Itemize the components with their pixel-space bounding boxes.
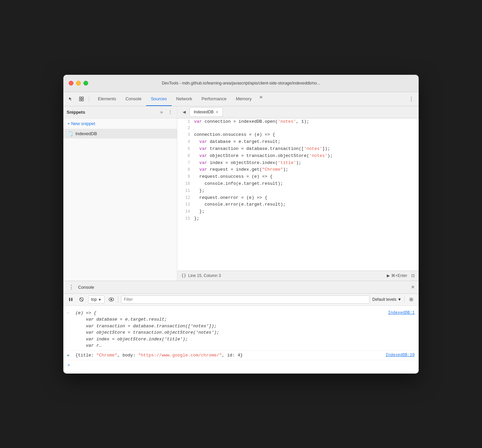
console-block-button[interactable]: [77, 295, 85, 303]
svg-point-10: [411, 299, 412, 300]
svg-rect-0: [79, 97, 81, 99]
sidebar-header-icons: » ⋮: [158, 109, 174, 115]
console-output: ← (e) => { var database = e.target.resul…: [63, 306, 419, 374]
code-line-8: 8 var request = index.get("Chrome");: [177, 166, 419, 173]
editor-area: ◀ IndexedDB × 1 var connection = indexed…: [177, 106, 419, 281]
code-line-12: 12 request.onerror = (e) => {: [177, 194, 419, 202]
console-context-select[interactable]: top ▼: [88, 295, 105, 303]
toolbar-tabs: Elements Console Sources Network Perform…: [93, 92, 405, 106]
devtools-menu-button[interactable]: ⋮: [407, 94, 416, 104]
svg-rect-3: [82, 99, 83, 101]
status-right: ▶ ⌘+Enter ⊡: [387, 273, 415, 278]
svg-rect-4: [69, 298, 70, 301]
window-title: DevTools - mdn.github.io/learning-area/j…: [162, 81, 320, 86]
run-shortcut: ⌘+Enter: [391, 273, 407, 278]
main-content: Snippets » ⋮ + New snippet 🗒️ IndexedDB …: [63, 106, 419, 281]
sidebar-item-indexeddb[interactable]: 🗒️ IndexedDB: [63, 129, 177, 138]
new-snippet-label: + New snippet: [67, 121, 95, 126]
chevron-down-icon: ▼: [98, 298, 102, 301]
editor-tab-indexeddb[interactable]: IndexedDB ×: [189, 107, 223, 117]
console-prompt[interactable]: >: [67, 360, 415, 371]
code-line-15: 15 };: [177, 215, 419, 222]
console-entry-text: (e) => { var database = e.target.result;…: [75, 310, 385, 349]
console-options-menu[interactable]: ⋮: [67, 283, 75, 291]
console-entry-object[interactable]: {title: "Chrome", body: "https://www.goo…: [75, 352, 383, 359]
sidebar-title: Snippets: [67, 110, 158, 115]
console-levels-dropdown[interactable]: Default levels ▼: [372, 297, 402, 302]
tab-network[interactable]: Network: [172, 92, 197, 106]
console-close-button[interactable]: ×: [411, 284, 415, 290]
code-line-14: 14 };: [177, 208, 419, 215]
sidebar-menu-icon[interactable]: ⋮: [167, 109, 174, 115]
code-line-1: 1 var connection = indexedDB.open('notes…: [177, 118, 419, 125]
more-tabs-button[interactable]: »: [256, 92, 266, 102]
code-line-4: 4 var database = e.target.result;: [177, 138, 419, 146]
svg-rect-5: [71, 298, 73, 301]
console-entry-source-1[interactable]: IndexedDB:1: [388, 310, 415, 349]
code-line-10: 10 console.info(e.target.result);: [177, 180, 419, 187]
console-pause-button[interactable]: [67, 295, 75, 303]
svg-rect-2: [79, 99, 81, 101]
editor-tab-label: IndexedDB: [194, 110, 214, 114]
sidebar-more-icon[interactable]: »: [158, 109, 165, 115]
tab-sources[interactable]: Sources: [146, 92, 172, 106]
traffic-lights: [69, 81, 88, 86]
cursor-position: Line 15, Column 3: [188, 273, 221, 278]
close-button[interactable]: [69, 81, 73, 86]
editor-tabs: ◀ IndexedDB ×: [177, 106, 419, 118]
console-header: ⋮ Console ×: [63, 281, 419, 294]
code-line-3: 3 connection.onsuccess = (e) => {: [177, 131, 419, 138]
maximize-button[interactable]: [83, 81, 88, 86]
console-prompt-arrow: >: [67, 362, 70, 369]
editor-status-bar: {} Line 15, Column 3 ▶ ⌘+Enter ⊡: [177, 271, 419, 281]
tab-memory[interactable]: Memory: [231, 92, 256, 106]
svg-line-7: [80, 298, 83, 301]
svg-rect-1: [82, 97, 83, 99]
svg-point-9: [110, 299, 112, 300]
console-settings-button[interactable]: [407, 295, 415, 303]
sidebar-header: Snippets » ⋮: [63, 106, 177, 118]
tab-console[interactable]: Console: [121, 92, 146, 106]
file-icon: 🗒️: [67, 131, 73, 136]
code-line-5: 5 var transaction = database.transaction…: [177, 146, 419, 153]
console-entry-expand-arrow[interactable]: ▶: [67, 352, 73, 358]
format-icon[interactable]: {}: [181, 273, 186, 278]
sidebar: Snippets » ⋮ + New snippet 🗒️ IndexedDB: [63, 106, 177, 281]
console-entry-source-2[interactable]: IndexedDB:10: [386, 352, 415, 358]
sidebar-item-label: IndexedDB: [75, 131, 97, 136]
code-line-2: 2: [177, 125, 419, 131]
code-line-13: 13 console.error(e.target.result);: [177, 201, 419, 208]
editor-back-button[interactable]: ◀: [180, 108, 188, 116]
expand-icon[interactable]: ⊡: [411, 273, 415, 278]
inspect-icon[interactable]: [77, 94, 86, 104]
code-line-7: 7 var index = objectStore.index('title')…: [177, 160, 419, 167]
devtools-window: DevTools - mdn.github.io/learning-area/j…: [63, 75, 419, 374]
pointer-icon[interactable]: [66, 94, 75, 104]
run-button[interactable]: ▶ ⌘+Enter: [387, 273, 407, 278]
code-editor[interactable]: 1 var connection = indexedDB.open('notes…: [177, 118, 419, 271]
devtools-toolbar: Elements Console Sources Network Perform…: [63, 92, 419, 106]
console-toolbar-separator: [118, 296, 118, 303]
console-levels-separator: [404, 296, 405, 303]
console-toolbar: top ▼ Default levels ▼: [63, 294, 419, 306]
console-filter-input[interactable]: [121, 295, 370, 303]
new-snippet-button[interactable]: + New snippet: [63, 118, 177, 129]
console-eye-button[interactable]: [107, 295, 115, 303]
tab-performance[interactable]: Performance: [197, 92, 231, 106]
console-title: Console: [78, 285, 94, 290]
console-entry-arrow: ←: [67, 310, 73, 349]
status-left: {} Line 15, Column 3: [181, 273, 221, 278]
run-icon: ▶: [387, 273, 390, 278]
code-line-6: 6 var objectStore = transaction.objectSt…: [177, 153, 419, 160]
title-bar: DevTools - mdn.github.io/learning-area/j…: [63, 75, 419, 92]
tab-elements[interactable]: Elements: [93, 92, 121, 106]
code-line-11: 11 };: [177, 187, 419, 194]
code-line-9: 9 request.onsuccess = (e) => {: [177, 173, 419, 180]
console-entry-2: ▶ {title: "Chrome", body: "https://www.g…: [67, 351, 415, 360]
editor-tab-close[interactable]: ×: [216, 110, 218, 114]
console-panel: ⋮ Console × top ▼: [63, 281, 419, 374]
console-entry-1: ← (e) => { var database = e.target.resul…: [67, 309, 415, 351]
minimize-button[interactable]: [76, 81, 81, 86]
toolbar-separator: [89, 96, 89, 102]
